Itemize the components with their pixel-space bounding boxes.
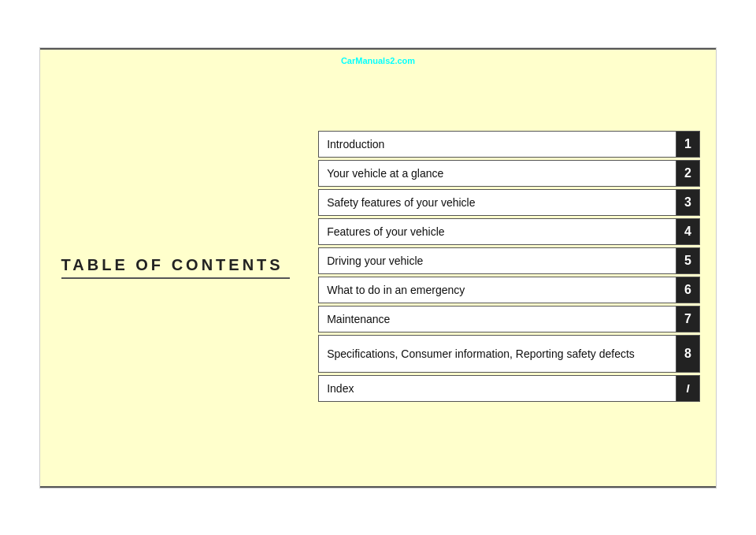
- top-border: [40, 48, 716, 50]
- toc-number: 4: [676, 218, 700, 245]
- toc-number: 2: [676, 160, 700, 187]
- toc-number: 3: [676, 189, 700, 216]
- toc-label[interactable]: Safety features of your vehicle: [318, 189, 676, 216]
- toc-number: 1: [676, 131, 700, 158]
- toc-number: 7: [676, 306, 700, 333]
- toc-label[interactable]: Maintenance: [318, 306, 676, 333]
- table-of-contents-title: TABLE OF CONTENTS: [61, 256, 290, 279]
- toc-label[interactable]: Introduction: [318, 131, 676, 158]
- toc-row: IndexI: [318, 375, 700, 402]
- toc-row: Driving your vehicle5: [318, 247, 700, 274]
- left-section: TABLE OF CONTENTS: [40, 48, 310, 488]
- toc-label[interactable]: What to do in an emergency: [318, 277, 676, 303]
- toc-row: Introduction1: [318, 131, 700, 158]
- toc-number: 8: [676, 335, 700, 373]
- toc-number: 6: [676, 277, 700, 303]
- toc-number: I: [676, 375, 700, 402]
- toc-row: Features of your vehicle4: [318, 218, 700, 245]
- toc-label[interactable]: Specifications, Consumer information, Re…: [318, 335, 676, 373]
- toc-row: Maintenance7: [318, 306, 700, 333]
- toc-list: Introduction1Your vehicle at a glance2Sa…: [310, 107, 716, 428]
- toc-row: What to do in an emergency6: [318, 277, 700, 303]
- toc-row: Specifications, Consumer information, Re…: [318, 335, 700, 373]
- toc-label[interactable]: Features of your vehicle: [318, 218, 676, 245]
- watermark: CarManuals2.com: [341, 56, 415, 65]
- page-container: CarManuals2.com TABLE OF CONTENTS Introd…: [39, 47, 717, 489]
- toc-label[interactable]: Your vehicle at a glance: [318, 160, 676, 187]
- toc-label[interactable]: Index: [318, 375, 676, 402]
- toc-row: Safety features of your vehicle3: [318, 189, 700, 216]
- toc-number: 5: [676, 247, 700, 274]
- toc-label[interactable]: Driving your vehicle: [318, 247, 676, 274]
- bottom-border: [40, 486, 716, 488]
- toc-row: Your vehicle at a glance2: [318, 160, 700, 187]
